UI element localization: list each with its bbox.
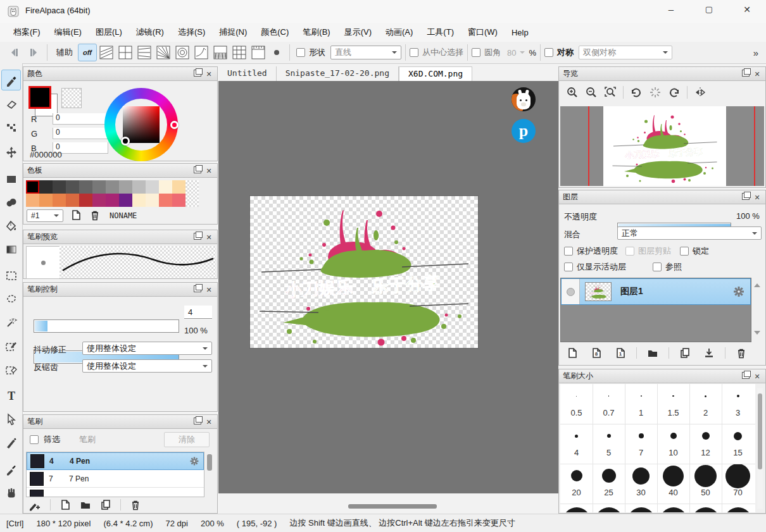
palette-swatch[interactable] xyxy=(172,194,185,207)
palette-swatch[interactable] xyxy=(53,194,66,207)
undo-button[interactable] xyxy=(6,44,23,61)
snap-cross-icon[interactable] xyxy=(117,44,134,61)
brush-size-cell[interactable]: 10 xyxy=(657,424,689,457)
eraser-tool[interactable] xyxy=(1,93,21,114)
snap-curve-icon[interactable] xyxy=(193,44,210,61)
palette-swatch[interactable] xyxy=(119,194,132,207)
palette-group-select[interactable]: #1 xyxy=(27,209,63,222)
panel-close-icon[interactable]: ✕ xyxy=(204,70,213,78)
eyedropper-tool[interactable] xyxy=(1,459,21,479)
brush-size-cell[interactable]: 12 xyxy=(689,424,722,457)
lock-checkbox[interactable] xyxy=(680,247,689,256)
rotate-ccw-icon[interactable] xyxy=(627,84,646,101)
palette-swatch[interactable] xyxy=(79,180,92,194)
brush-row-selected[interactable]: 4 4 Pen xyxy=(27,452,204,470)
gradient-tool[interactable] xyxy=(1,238,21,259)
brush-size-cell-partial[interactable] xyxy=(593,504,625,512)
menu-item[interactable]: 显示(V) xyxy=(337,24,379,40)
add-1bit-layer-button[interactable]: 1 xyxy=(612,346,629,360)
magic-wand-tool[interactable] xyxy=(1,312,21,333)
snap-grid-icon[interactable] xyxy=(231,44,248,61)
panel-float-icon[interactable] xyxy=(193,70,202,78)
layer-scroll-down-icon[interactable] xyxy=(754,331,760,338)
panel-close-icon[interactable]: ✕ xyxy=(204,418,213,426)
brush-size-cell[interactable]: 0.5 xyxy=(560,384,593,418)
palette-swatch[interactable] xyxy=(159,194,172,207)
panel-float-icon[interactable] xyxy=(741,372,750,381)
brush-row-partial[interactable] xyxy=(27,488,204,497)
symmetry-select[interactable]: 双侧对称 xyxy=(579,46,672,59)
fill-rect-tool[interactable] xyxy=(1,168,21,189)
add-folder-button[interactable] xyxy=(644,346,661,360)
canvas-image[interactable] xyxy=(250,196,478,348)
rotate-cw-icon[interactable] xyxy=(665,84,684,101)
layer-settings-gear-icon[interactable] xyxy=(732,285,745,298)
brush-size-cell[interactable]: 2 xyxy=(689,384,722,418)
duplicate-layer-button[interactable] xyxy=(677,346,693,360)
brush-tool[interactable] xyxy=(1,70,21,90)
palette-swatch[interactable] xyxy=(39,194,53,207)
menu-item[interactable]: 档案(F) xyxy=(6,24,47,40)
reference-checkbox[interactable] xyxy=(653,263,662,271)
document-tab[interactable]: X6D.COM.png xyxy=(399,66,472,81)
document-tab[interactable]: Snipaste_17-02-20.png xyxy=(277,66,399,81)
dot-tool[interactable] xyxy=(1,116,21,137)
snap-perspective-icon[interactable] xyxy=(212,44,229,61)
add-8bit-layer-button[interactable]: 8 xyxy=(588,346,605,360)
brush-size-cell[interactable]: 25 xyxy=(593,464,625,497)
maximize-button[interactable]: ▢ xyxy=(700,4,719,14)
shape-checkbox[interactable] xyxy=(296,48,305,57)
shape-select[interactable]: 直线 xyxy=(330,46,401,59)
menu-item[interactable]: 动画(A) xyxy=(379,24,420,40)
pixiv-icon[interactable]: p xyxy=(512,119,536,143)
palette-swatch[interactable] xyxy=(106,194,119,207)
redo-button[interactable] xyxy=(25,44,42,61)
menu-item[interactable]: 捕捉(N) xyxy=(212,24,254,40)
snap-radial-icon[interactable] xyxy=(155,44,172,61)
palette-add-button[interactable] xyxy=(70,209,82,221)
brush-duplicate-button[interactable] xyxy=(100,499,111,510)
add-layer-button[interactable] xyxy=(564,346,581,360)
layer-scroll-up-icon[interactable] xyxy=(754,280,760,287)
brush-folder-button[interactable] xyxy=(80,499,91,510)
brush-size-cell[interactable]: 50 xyxy=(689,464,722,497)
palette-swatch[interactable] xyxy=(172,180,185,194)
brush-size-scrollbar[interactable] xyxy=(757,388,763,509)
brush-size-cell[interactable]: 7 xyxy=(625,424,657,457)
pen-tool[interactable] xyxy=(1,432,21,453)
brush-size-cell-partial[interactable] xyxy=(657,504,689,512)
brush-new-button[interactable] xyxy=(60,499,71,510)
layer-blend-select[interactable]: 正常 xyxy=(617,226,762,240)
round-corner-spinner[interactable] xyxy=(520,51,525,56)
brush-size-cell-partial[interactable] xyxy=(625,504,657,512)
clipping-checkbox[interactable] xyxy=(625,247,634,256)
menu-item[interactable]: 选择(S) xyxy=(171,24,212,40)
palette-swatch[interactable] xyxy=(119,180,132,194)
panel-close-icon[interactable]: ✕ xyxy=(753,70,762,78)
panel-float-icon[interactable] xyxy=(193,418,202,426)
horizontal-scroll-thumb[interactable] xyxy=(348,504,437,509)
menu-item[interactable]: 笔刷(B) xyxy=(296,24,337,40)
canvas-viewport[interactable]: p xyxy=(218,81,558,493)
select-eraser-tool[interactable] xyxy=(1,359,21,380)
brush-size-cell[interactable]: 5 xyxy=(593,424,625,457)
round-corner-value[interactable]: 80 xyxy=(507,48,516,58)
menu-item[interactable]: 颜色(C) xyxy=(254,24,296,40)
minimize-button[interactable]: – xyxy=(662,4,681,15)
move-tool[interactable] xyxy=(1,142,21,163)
palette-swatch[interactable] xyxy=(66,180,79,194)
layer-visibility-toggle[interactable] xyxy=(562,279,580,304)
brush-size-cell[interactable]: 1 xyxy=(625,384,657,418)
palette-swatch[interactable] xyxy=(26,194,39,207)
hand-tool[interactable] xyxy=(1,482,21,503)
menu-item[interactable]: 工具(T) xyxy=(420,24,461,40)
snap-converge-icon[interactable] xyxy=(136,44,153,61)
palette-swatch[interactable] xyxy=(92,180,106,194)
brush-size-cell[interactable]: 4 xyxy=(560,424,593,457)
brush-list-scrollbar[interactable] xyxy=(207,454,212,471)
layer-row-selected[interactable]: 图层1 xyxy=(561,278,751,305)
palette-swatch[interactable] xyxy=(146,180,159,194)
foreground-color-swatch[interactable] xyxy=(28,86,51,109)
panel-float-icon[interactable] xyxy=(741,193,750,202)
brush-delete-button[interactable] xyxy=(130,499,141,510)
